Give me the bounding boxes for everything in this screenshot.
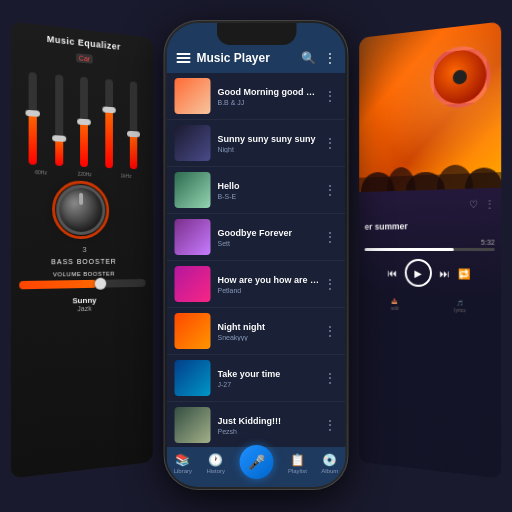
more-options-icon[interactable]: ⋮ xyxy=(324,51,336,65)
song-item[interactable]: Night night Sneakyyy ⋮ xyxy=(167,308,346,355)
history-icon: 🕐 xyxy=(208,453,223,467)
eq-slider-1[interactable] xyxy=(28,72,36,165)
bottom-navigation: 📚 Library 🕐 History 🎤 📋 Playli xyxy=(167,447,346,487)
nav-playlist[interactable]: 📋 Playlist xyxy=(288,453,307,479)
album-label: Album xyxy=(321,468,338,474)
add-to-library-icon[interactable]: 📥 add xyxy=(391,298,399,311)
volume-thumb[interactable] xyxy=(95,278,107,290)
song-title: How are you how are you... xyxy=(218,275,322,285)
song-info: Good Morning good morning B.B & JJ xyxy=(218,87,322,106)
bass-knob-area: 3 BASS BOOSTER xyxy=(19,183,145,266)
nav-album[interactable]: 💿 Album xyxy=(321,453,338,479)
song-item[interactable]: How are you how are you... Petland ⋮ xyxy=(167,261,346,308)
eq-slider-2[interactable] xyxy=(55,74,63,166)
song-info: Night night Sneakyyy xyxy=(218,322,322,341)
right-menu-icon[interactable]: ⋮ xyxy=(484,198,494,210)
song-more-icon[interactable]: ⋮ xyxy=(322,371,338,385)
song-item[interactable]: Good Morning good morning B.B & JJ ⋮ xyxy=(167,73,346,120)
song-title: Hello xyxy=(218,181,322,191)
song-more-icon[interactable]: ⋮ xyxy=(322,418,338,432)
freq-220hz: 220Hz xyxy=(78,171,92,178)
menu-line-2 xyxy=(177,57,191,59)
eq-slider-5[interactable] xyxy=(130,81,137,169)
song-more-icon[interactable]: ⋮ xyxy=(322,230,338,244)
right-bottom-icons: 📥 add 🎵 lyrics xyxy=(365,293,495,318)
song-thumbnail xyxy=(175,219,211,255)
song-more-icon[interactable]: ⋮ xyxy=(322,183,338,197)
song-title: Take your time xyxy=(218,369,322,379)
song-artist: B-S-E xyxy=(218,193,322,200)
right-song-title: er summer xyxy=(365,220,495,232)
phone-notch xyxy=(216,23,296,45)
search-icon[interactable]: 🔍 xyxy=(301,51,316,65)
history-label: History xyxy=(206,468,225,474)
play-button[interactable]: ▶ xyxy=(404,259,431,287)
song-thumbnail xyxy=(175,407,211,443)
mic-center-button[interactable]: 🎤 xyxy=(239,445,273,479)
progress-bar[interactable] xyxy=(365,248,495,251)
song-more-icon[interactable]: ⋮ xyxy=(322,89,338,103)
volume-slider-area: VOLUME BOOSTER xyxy=(19,270,145,289)
prev-button[interactable]: ⏮ xyxy=(387,267,396,278)
song-item[interactable]: Sunny suny suny suny Night ⋮ xyxy=(167,120,346,167)
song-info: Goodbye Forever Sett xyxy=(218,228,322,247)
playlist-label: Playlist xyxy=(288,468,307,474)
song-thumbnail xyxy=(175,125,211,161)
song-info: Sunny suny suny suny Night xyxy=(218,134,322,153)
eq-preset-car[interactable]: Car xyxy=(76,53,93,64)
song-title: Sunny suny suny suny xyxy=(218,134,322,144)
song-info: Hello B-S-E xyxy=(218,181,322,200)
play-icon: ▶ xyxy=(414,267,422,278)
nav-mic-center[interactable]: 🎤 xyxy=(239,453,273,479)
bass-booster-label: BASS BOOSTER xyxy=(51,258,116,265)
now-playing-panel: ♡ ⋮ er summer 5:32 ⏮ ▶ ⏭ 🔁 📥 add 🎵 xyxy=(359,21,501,478)
phone-shell: Music Player 🔍 ⋮ Good Morning good morni… xyxy=(164,20,349,490)
repeat-button[interactable]: 🔁 xyxy=(457,268,469,279)
song-thumbnail xyxy=(175,313,211,349)
song-item[interactable]: Just Kidding!!! Pezsh ⋮ xyxy=(167,402,346,447)
right-top-icons: ♡ ⋮ xyxy=(365,194,495,216)
playback-controls: ⏮ ▶ ⏭ 🔁 xyxy=(365,259,495,289)
volume-label: VOLUME BOOSTER xyxy=(19,270,145,278)
song-more-icon[interactable]: ⋮ xyxy=(322,277,338,291)
song-title: Goodbye Forever xyxy=(218,228,322,238)
next-button[interactable]: ⏭ xyxy=(439,268,449,279)
menu-icon[interactable] xyxy=(177,53,191,63)
lyrics-icon[interactable]: 🎵 lyrics xyxy=(454,300,466,314)
bass-knob[interactable] xyxy=(56,184,105,235)
song-artist: Night xyxy=(218,146,322,153)
concert-image xyxy=(359,21,501,192)
song-item[interactable]: Take your time J-27 ⋮ xyxy=(167,355,346,402)
song-item[interactable]: Hello B-S-E ⋮ xyxy=(167,167,346,214)
song-more-icon[interactable]: ⋮ xyxy=(322,324,338,338)
song-more-icon[interactable]: ⋮ xyxy=(322,136,338,150)
song-artist: B.B & JJ xyxy=(218,99,322,106)
phone-device: Music Player 🔍 ⋮ Good Morning good morni… xyxy=(164,20,349,490)
song-title: Good Morning good morning xyxy=(218,87,322,97)
menu-line-3 xyxy=(177,61,191,63)
bass-value: 3 xyxy=(82,245,86,254)
progress-area: 5:32 xyxy=(365,239,495,251)
app-title: Music Player xyxy=(197,51,270,65)
music-player-app: Music Player 🔍 ⋮ Good Morning good morni… xyxy=(167,23,346,487)
eq-freq-labels: 60Hz 220Hz 1kHz xyxy=(19,168,145,179)
nav-library[interactable]: 📚 Library xyxy=(174,453,192,479)
crowd-svg xyxy=(359,125,501,192)
song-item[interactable]: Goodbye Forever Sett ⋮ xyxy=(167,214,346,261)
eq-sliders-container xyxy=(19,61,145,170)
mic-icon: 🎤 xyxy=(248,454,265,470)
eq-slider-4[interactable] xyxy=(106,79,114,168)
song-artist: Sneakyyy xyxy=(218,334,322,341)
eq-slider-3[interactable] xyxy=(81,77,89,168)
right-panel-content: ♡ ⋮ er summer 5:32 ⏮ ▶ ⏭ 🔁 📥 add 🎵 xyxy=(359,188,501,325)
right-heart-icon[interactable]: ♡ xyxy=(469,199,478,210)
library-label: Library xyxy=(174,468,192,474)
volume-bar[interactable] xyxy=(19,279,145,289)
song-artist: Petland xyxy=(218,287,322,294)
equalizer-panel: Music Equalizer Car 60Hz 220Hz 1kHz xyxy=(11,21,153,478)
volume-fill xyxy=(19,280,97,290)
playlist-icon: 📋 xyxy=(290,453,305,467)
song-info: Just Kidding!!! Pezsh xyxy=(218,416,322,435)
nav-history[interactable]: 🕐 History xyxy=(206,453,225,479)
song-info: Take your time J-27 xyxy=(218,369,322,388)
